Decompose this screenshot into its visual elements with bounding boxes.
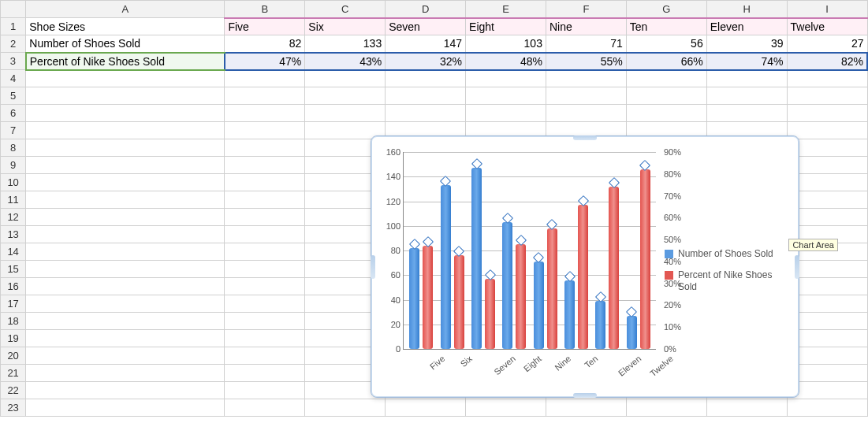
row-header[interactable]: 14 <box>1 243 26 261</box>
cell[interactable] <box>225 399 305 417</box>
cell[interactable]: Eleven <box>706 18 787 35</box>
row-header[interactable]: 6 <box>1 105 26 122</box>
row-header[interactable]: 18 <box>1 313 26 330</box>
row-header[interactable]: 9 <box>1 157 26 174</box>
table-row[interactable]: 4 <box>1 70 868 87</box>
cell[interactable] <box>225 157 305 174</box>
bar-series1[interactable] <box>595 301 605 349</box>
cell[interactable] <box>626 87 706 105</box>
cell[interactable] <box>26 191 225 209</box>
row-header[interactable]: 3 <box>1 53 26 70</box>
cell[interactable] <box>546 399 626 417</box>
cell[interactable] <box>305 105 386 122</box>
col-header[interactable]: F <box>546 1 626 18</box>
row-header[interactable]: 2 <box>1 35 26 53</box>
legend-entry[interactable]: Number of Shoes Sold <box>665 248 791 260</box>
cell[interactable]: Five <box>225 18 305 35</box>
cell[interactable]: 82% <box>787 53 867 70</box>
cell[interactable]: 71 <box>546 35 626 53</box>
bar-series1[interactable] <box>627 316 637 349</box>
cell[interactable] <box>305 70 386 87</box>
bar-series1[interactable] <box>409 248 419 349</box>
col-header[interactable]: G <box>626 1 706 18</box>
cell[interactable] <box>26 365 225 382</box>
cell[interactable] <box>225 347 305 365</box>
column-header-row[interactable]: A B C D E F G H I <box>1 1 868 18</box>
row-header[interactable]: 15 <box>1 261 26 278</box>
cell[interactable] <box>26 209 225 226</box>
cell[interactable] <box>787 70 867 87</box>
row-header[interactable]: 7 <box>1 122 26 139</box>
cell[interactable]: 27 <box>787 35 867 53</box>
cell[interactable] <box>466 105 546 122</box>
cell[interactable] <box>26 105 225 122</box>
cell[interactable] <box>626 399 706 417</box>
bar-series1[interactable] <box>441 185 451 349</box>
select-all-corner[interactable] <box>1 1 26 18</box>
cell[interactable] <box>787 105 867 122</box>
row-header[interactable]: 10 <box>1 174 26 191</box>
bar-series1[interactable] <box>564 280 575 350</box>
cell[interactable]: 32% <box>386 53 466 70</box>
row-header[interactable]: 1 <box>1 18 26 35</box>
cell[interactable] <box>787 399 867 417</box>
bar-series2[interactable] <box>547 228 557 349</box>
cell[interactable] <box>26 226 225 243</box>
cell[interactable] <box>225 313 305 330</box>
bar-series2[interactable] <box>640 169 650 349</box>
legend-entry[interactable]: Percent of Nike Shoes Sold <box>665 269 791 293</box>
cell[interactable] <box>386 399 466 417</box>
cell[interactable]: Number of Shoes Sold <box>26 35 225 53</box>
chart-plot-area[interactable]: 0204060801001201401600%10%20%30%40%50%60… <box>403 152 656 350</box>
cell[interactable] <box>386 87 466 105</box>
row-header[interactable]: 12 <box>1 209 26 226</box>
cell[interactable] <box>26 330 225 347</box>
cell[interactable] <box>225 139 305 157</box>
bar-series1[interactable] <box>502 222 512 349</box>
row-header[interactable]: 19 <box>1 330 26 347</box>
row-header[interactable]: 5 <box>1 87 26 105</box>
resize-handle-top-icon[interactable] <box>573 135 597 140</box>
cell[interactable]: Ten <box>626 18 706 35</box>
cell[interactable] <box>706 399 787 417</box>
cell[interactable] <box>26 122 225 139</box>
cell[interactable] <box>225 122 305 139</box>
cell[interactable] <box>225 226 305 243</box>
chart-legend[interactable]: Number of Shoes Sold Percent of Nike Sho… <box>665 239 791 302</box>
col-header[interactable]: E <box>466 1 546 18</box>
cell[interactable]: 66% <box>626 53 706 70</box>
cell[interactable]: Percent of Nike Shoes Sold <box>26 53 225 70</box>
cell[interactable] <box>225 70 305 87</box>
row-header[interactable]: 23 <box>1 399 26 417</box>
table-row[interactable]: 23 <box>1 399 868 417</box>
row-header[interactable]: 11 <box>1 191 26 209</box>
row-header[interactable]: 4 <box>1 70 26 87</box>
cell[interactable] <box>546 87 626 105</box>
cell[interactable] <box>225 243 305 261</box>
embedded-chart[interactable]: Chart Area 0204060801001201401600%10%20%… <box>371 135 799 398</box>
cell[interactable] <box>26 313 225 330</box>
cell[interactable] <box>626 105 706 122</box>
cell[interactable] <box>466 70 546 87</box>
cell[interactable] <box>26 87 225 105</box>
col-header[interactable]: I <box>787 1 867 18</box>
cell[interactable] <box>787 122 867 139</box>
cell[interactable] <box>225 209 305 226</box>
cell[interactable] <box>26 382 225 399</box>
cell[interactable] <box>26 70 225 87</box>
cell[interactable] <box>225 295 305 313</box>
cell[interactable] <box>305 87 386 105</box>
cell[interactable] <box>225 174 305 191</box>
cell[interactable]: 56 <box>626 35 706 53</box>
cell[interactable] <box>26 261 225 278</box>
cell[interactable]: 39 <box>706 35 787 53</box>
row-header[interactable]: 17 <box>1 295 26 313</box>
col-header[interactable]: B <box>225 1 305 18</box>
cell[interactable] <box>26 243 225 261</box>
row-header[interactable]: 20 <box>1 347 26 365</box>
cell[interactable]: Shoe Sizes <box>26 18 225 35</box>
cell[interactable] <box>546 70 626 87</box>
cell[interactable] <box>225 278 305 295</box>
cell[interactable]: Twelve <box>787 18 867 35</box>
bar-series2[interactable] <box>454 255 464 349</box>
